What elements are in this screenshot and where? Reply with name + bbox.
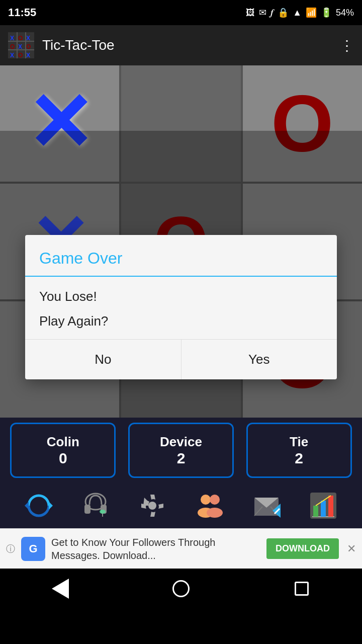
nav-recent-icon [295, 582, 309, 596]
svg-point-22 [201, 495, 211, 505]
nav-back-button[interactable] [40, 569, 80, 609]
tie-name: Tie [290, 434, 308, 450]
ad-logo: G [21, 537, 45, 561]
svg-text:O: O [26, 43, 31, 50]
ad-info-icon: ⓘ [6, 543, 15, 555]
lock-icon: 🔒 [278, 7, 289, 18]
svg-text:X: X [26, 35, 30, 42]
svg-rect-17 [84, 505, 90, 514]
refresh-icon[interactable] [21, 488, 56, 523]
dialog-buttons: No Yes [25, 339, 337, 379]
icons-bar [0, 483, 362, 528]
tie-score: 2 [295, 450, 303, 467]
svg-text:X: X [10, 35, 14, 42]
dialog: Game Over You Lose! Play Again? No Yes [25, 235, 337, 379]
email-icon: ✉ [259, 7, 266, 18]
svg-rect-35 [321, 501, 326, 517]
dialog-message1: You Lose! [39, 289, 323, 304]
svg-point-25 [207, 508, 223, 518]
device-score: 2 [177, 450, 186, 467]
status-time: 11:55 [8, 6, 36, 19]
app-logo: X O X O X O X O X [8, 32, 34, 58]
ad-close-icon[interactable]: ✕ [347, 542, 356, 555]
svg-text:O: O [18, 35, 23, 42]
svg-marker-14 [49, 502, 53, 510]
player-score: 0 [59, 450, 67, 467]
settings-icon[interactable] [135, 488, 170, 523]
svg-rect-36 [328, 496, 333, 517]
ad-bar: ⓘ G Get to Know Your Followers Through M… [0, 528, 362, 569]
facebook-icon: 𝒇 [270, 8, 274, 18]
player-score-card: Colin 0 [10, 423, 116, 478]
svg-point-19 [100, 510, 106, 514]
device-score-card: Device 2 [128, 423, 234, 478]
dialog-title: Game Over [25, 235, 337, 276]
device-name: Device [160, 434, 202, 450]
svg-rect-34 [313, 506, 318, 517]
battery-icon: 🔋 [321, 7, 332, 18]
nav-back-icon [52, 579, 69, 599]
svg-text:O: O [10, 43, 15, 50]
no-button[interactable]: No [25, 340, 182, 379]
users-icon[interactable] [192, 488, 227, 523]
app-menu-icon[interactable]: ⋮ [340, 37, 354, 54]
player-name: Colin [47, 434, 79, 450]
nav-home-button[interactable] [161, 569, 201, 609]
svg-text:X: X [18, 43, 22, 50]
status-icons: 🖼 ✉ 𝒇 🔒 ▲ 📶 🔋 54% [246, 7, 354, 18]
svg-text:O: O [18, 52, 23, 58]
status-bar: 11:55 🖼 ✉ 𝒇 🔒 ▲ 📶 🔋 54% [0, 0, 362, 25]
signal-icon: 📶 [306, 7, 317, 18]
app-title: Tic-Tac-Toe [42, 37, 340, 53]
dialog-body: You Lose! Play Again? [25, 277, 337, 339]
battery-text: 54% [336, 8, 354, 18]
wifi-icon: ▲ [293, 8, 302, 18]
dialog-message2: Play Again? [39, 313, 323, 329]
chart-icon[interactable] [306, 488, 341, 523]
svg-point-21 [148, 502, 156, 510]
svg-text:X: X [26, 52, 30, 58]
app-bar: X O X O X O X O X Tic-Tac-Toe ⋮ [0, 25, 362, 65]
ad-download-button[interactable]: DOWNLOAD [266, 538, 339, 559]
ad-text: Get to Know Your Followers Through Messa… [51, 536, 260, 562]
tie-score-card: Tie 2 [246, 423, 352, 478]
svg-marker-15 [25, 502, 29, 510]
nav-home-icon [172, 580, 190, 597]
svg-text:X: X [10, 52, 14, 58]
nav-recent-button[interactable] [282, 569, 322, 609]
yes-button[interactable]: Yes [182, 340, 337, 379]
image-icon: 🖼 [246, 8, 255, 18]
score-board: Colin 0 Device 2 Tie 2 [0, 418, 362, 483]
headset-icon[interactable] [78, 488, 113, 523]
svg-point-23 [210, 495, 220, 505]
nav-bar [0, 569, 362, 609]
mail-icon[interactable] [249, 488, 284, 523]
